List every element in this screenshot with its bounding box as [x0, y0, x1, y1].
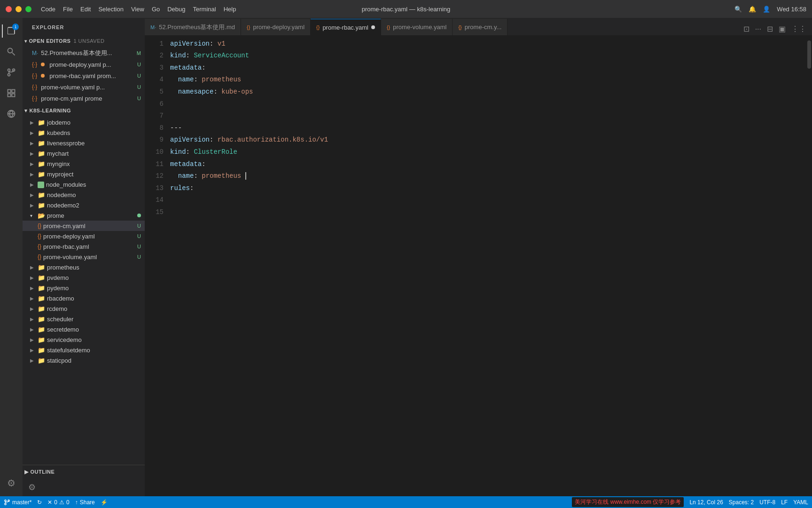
folder-staticpod[interactable]: ▶ 📁 staticpod — [23, 355, 145, 365]
lightning-status[interactable]: ⚡ — [101, 499, 108, 506]
folder-rcdemo[interactable]: ▶ 📁 rcdemo — [23, 303, 145, 314]
menu-file[interactable]: File — [63, 6, 73, 13]
tab-volume[interactable]: {} prome-volume.yaml — [381, 19, 453, 35]
account-icon[interactable]: 👤 — [763, 6, 770, 13]
token-rbac-9: rbac.authorization.k8s.io/v1 — [218, 135, 328, 145]
folder-prometheus[interactable]: ▶ 📁 prometheus — [23, 262, 145, 272]
tab-deploy[interactable]: {} prome-deploy.yaml — [241, 19, 311, 35]
folder-pvdemo[interactable]: ▶ 📁 pvdemo — [23, 272, 145, 283]
encoding[interactable]: UTF-8 — [759, 499, 775, 506]
folder-servicedemo[interactable]: ▶ 📁 servicedemo — [23, 334, 145, 345]
folder-nodedemo[interactable]: ▶ 📁 nodedemo — [23, 190, 145, 200]
open-editors-header[interactable]: ▾ OPEN EDITORS 1 UNSAVED — [23, 34, 145, 48]
code-line-3: metadata: — [168, 62, 805, 74]
folder-prome[interactable]: ▾ 📂 prome — [23, 210, 145, 221]
toggle-sidebar-icon[interactable]: ▣ — [777, 23, 788, 35]
menu-edit[interactable]: Edit — [80, 6, 91, 13]
k8s-learning-header[interactable]: ▾ K8S-LEARNING — [23, 104, 145, 117]
outline-header[interactable]: ▶ OUTLINE — [23, 465, 145, 478]
open-editor-volume[interactable]: {·} prome-volume.yaml p... U — [23, 81, 145, 93]
folder-statefulsetdemo[interactable]: ▶ 📁 statefulsetdemo — [23, 345, 145, 355]
rbac-dot — [41, 74, 45, 78]
chevron-pydemo: ▶ — [30, 286, 38, 291]
search-icon[interactable]: 🔍 — [734, 6, 742, 13]
collapse-panels-icon[interactable]: ⊟ — [765, 23, 775, 35]
folder-icon-scheduler: 📁 — [38, 316, 45, 323]
outline-section: ▶ OUTLINE — [23, 465, 145, 478]
folder-nodedemo2[interactable]: ▶ 📁 nodedemo2 — [23, 200, 145, 210]
folder-icon-statefulsetdemo: 📁 — [38, 347, 45, 354]
code-line-11: metadata: — [168, 158, 805, 170]
more-actions-icon[interactable]: ··· — [753, 23, 763, 35]
tab-deploy-icon: {} — [247, 24, 250, 30]
line-ending[interactable]: LF — [781, 499, 788, 506]
gear-icon[interactable]: ⚙ — [28, 482, 36, 492]
customize-layout-icon[interactable]: ⋮⋮ — [789, 23, 808, 35]
folder-icon-prome: 📂 — [38, 212, 45, 219]
code-line-6 — [168, 98, 805, 110]
menu-code[interactable]: Code — [41, 6, 55, 13]
activity-search[interactable] — [2, 42, 21, 61]
folder-rbacdemo[interactable]: ▶ 📁 rbacdemo — [23, 293, 145, 303]
activity-scm[interactable] — [2, 63, 21, 82]
close-button[interactable] — [6, 6, 12, 12]
folder-secretdemo[interactable]: ▶ 📁 secretdemo — [23, 324, 145, 334]
open-editor-deploy[interactable]: {·} prome-deploy.yaml p... U — [23, 59, 145, 70]
settings-icon[interactable]: ⚙ — [2, 474, 21, 492]
folder-mychart[interactable]: ▶ 📁 mychart — [23, 148, 145, 159]
open-editor-rbac[interactable]: {·} prome-rbac.yaml prom... U — [23, 70, 145, 81]
open-editor-cm[interactable]: {·} prome-cm.yaml prome U — [23, 93, 145, 104]
tab-rbac[interactable]: {} prome-rbac.yaml — [311, 19, 381, 35]
folder-node-modules[interactable]: ▶ node_modules — [23, 179, 145, 190]
folder-mynginx[interactable]: ▶ 📁 mynginx — [23, 159, 145, 169]
warning-count: 0 — [66, 499, 70, 506]
maximize-button[interactable] — [25, 6, 31, 12]
folder-livenessprobe[interactable]: ▶ 📁 livenessprobe — [23, 138, 145, 148]
file-prome-volume[interactable]: {} prome-volume.yaml U — [23, 252, 145, 262]
share-button[interactable]: ↑ Share — [75, 499, 95, 506]
split-editor-icon[interactable]: ⊡ — [742, 23, 751, 35]
file-prome-deploy[interactable]: {} prome-deploy.yaml U — [23, 231, 145, 241]
token-colon-12: : — [194, 171, 202, 181]
folder-scheduler[interactable]: ▶ 📁 scheduler — [23, 314, 145, 324]
activity-extensions[interactable] — [2, 84, 21, 103]
tab-md[interactable]: M· 52.Prometheus基本使用.md — [145, 19, 241, 35]
chevron-statefulsetdemo: ▶ — [30, 348, 38, 353]
line-num-4: 4 — [145, 74, 164, 86]
menu-go[interactable]: Go — [152, 6, 160, 13]
svg-point-4 — [8, 74, 10, 76]
activity-explorer[interactable]: ❐ 1 — [2, 22, 21, 40]
notification-icon[interactable]: 🔔 — [749, 6, 756, 13]
folder-pydemo[interactable]: ▶ 📁 pydemo — [23, 283, 145, 293]
open-editor-md[interactable]: M· 52.Prometheus基本使用... M — [23, 48, 145, 59]
menu-terminal[interactable]: Terminal — [193, 6, 216, 13]
editor-scrollbar[interactable] — [805, 36, 812, 496]
code-area[interactable]: apiVersion: v1 kind: ServiceAccount meta… — [168, 36, 805, 496]
cursor-position[interactable]: Ln 12, Col 26 — [689, 499, 723, 506]
folder-jobdemo[interactable]: ▶ 📁 jobdemo — [23, 117, 145, 127]
file-prome-rbac[interactable]: {} prome-rbac.yaml U — [23, 241, 145, 252]
tab-md-icon: M· — [150, 24, 156, 30]
language-mode[interactable]: YAML — [793, 499, 808, 506]
minimize-button[interactable] — [16, 6, 22, 12]
file-prome-cm[interactable]: {} prome-cm.yaml U — [23, 221, 145, 231]
menu-help[interactable]: Help — [224, 6, 236, 13]
folder-label-livenessprobe: livenessprobe — [47, 140, 141, 147]
tab-cm[interactable]: {} prome-cm.y... — [453, 19, 508, 35]
folder-myproject[interactable]: ▶ 📁 myproject — [23, 169, 145, 179]
folder-icon-livenessprobe: 📁 — [38, 140, 45, 147]
activity-remote[interactable] — [2, 104, 21, 123]
menu-view[interactable]: View — [131, 6, 144, 13]
scrollbar-thumb[interactable] — [807, 40, 811, 69]
folder-label-mynginx: mynginx — [47, 160, 141, 167]
svg-rect-7 — [8, 94, 11, 96]
errors-count[interactable]: ✕ 0 ⚠ 0 — [47, 499, 69, 506]
git-branch[interactable]: master* — [4, 499, 31, 506]
folder-kubedns[interactable]: ▶ 📁 kubedns — [23, 127, 145, 138]
spaces[interactable]: Spaces: 2 — [729, 499, 754, 506]
traffic-lights — [6, 6, 31, 12]
sync-status[interactable]: ↻ — [37, 499, 42, 506]
menu-debug[interactable]: Debug — [167, 6, 185, 13]
menu-selection[interactable]: Selection — [98, 6, 123, 13]
yaml-icon-deploy: {·} — [32, 61, 37, 68]
